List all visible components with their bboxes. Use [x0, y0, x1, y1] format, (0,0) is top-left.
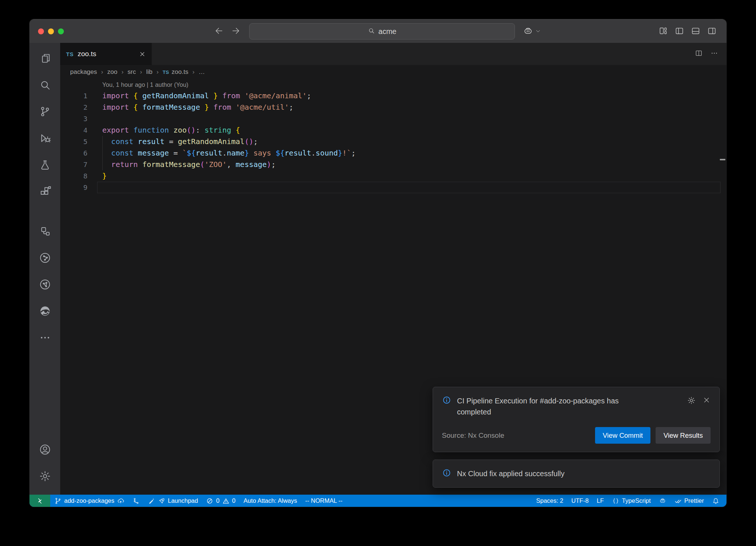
breadcrumb-label: zoo.ts — [172, 68, 188, 76]
code-text: } — [102, 170, 107, 182]
code-line-9[interactable]: 9 — [60, 182, 726, 193]
command-center-search[interactable]: acme — [249, 23, 515, 40]
code-line-5[interactable]: 5 const result = getRandomAnimal(); — [60, 136, 726, 147]
code-line-4[interactable]: 4export function zoo(): string { — [60, 124, 726, 136]
encoding-label: UTF-8 — [571, 497, 589, 504]
remote-icon — [36, 497, 44, 505]
problems-label: 0 — [216, 497, 219, 504]
search-icon — [39, 79, 51, 91]
line-number: 8 — [60, 170, 87, 182]
breadcrumb-label: … — [199, 68, 205, 76]
statusbar-formatter[interactable]: Prettier — [670, 495, 708, 507]
activity-item-edge-tools[interactable] — [31, 298, 59, 324]
chevron-down-icon — [535, 28, 541, 36]
activity-item-additional-views[interactable] — [31, 324, 59, 351]
view-commit-button[interactable]: View Commit — [595, 427, 651, 444]
view-results-button[interactable]: View Results — [656, 427, 711, 444]
line-number: 2 — [60, 102, 87, 113]
code-line-1[interactable]: 1import { getRandomAnimal } from '@acme/… — [60, 90, 726, 102]
breadcrumb-item-zoo-ts[interactable]: TSzoo.ts — [163, 68, 189, 76]
line-number: 6 — [60, 147, 87, 159]
statusbar-indentation[interactable]: Spaces: 2 — [532, 495, 567, 507]
info-icon — [442, 468, 451, 478]
activity-item-search[interactable] — [31, 72, 59, 98]
rocket-icon — [158, 497, 165, 505]
search-icon — [368, 27, 375, 36]
indent-guide — [102, 136, 103, 170]
activity-item-extensions[interactable] — [31, 178, 59, 205]
minimize-window-button[interactable] — [48, 28, 54, 34]
code-text: return formatMessage('ZOO', message); — [102, 159, 276, 170]
statusbar-language-mode[interactable]: TypeScript — [608, 495, 655, 507]
zoom-window-button[interactable] — [58, 28, 64, 34]
notification-settings-button[interactable] — [687, 396, 696, 406]
warning-icon — [222, 497, 230, 505]
code-line-3[interactable]: 3 — [60, 113, 726, 124]
close-tab-icon[interactable] — [139, 51, 146, 58]
breadcrumb-item-lib[interactable]: lib — [146, 68, 152, 76]
tab-label: zoo.ts — [78, 50, 96, 58]
eol-label: LF — [597, 497, 604, 504]
toggle-secondary-sidebar-button[interactable] — [707, 26, 717, 37]
gitlens-codelens[interactable]: You, 1 hour ago | 1 author (You) — [60, 79, 726, 90]
copilot-menu[interactable] — [523, 26, 541, 38]
activity-item-nx-project-graph[interactable] — [31, 245, 59, 271]
breadcrumb-item-zoo[interactable]: zoo — [107, 68, 117, 76]
breadcrumb-item--[interactable]: … — [199, 68, 205, 76]
braces-icon — [612, 497, 619, 505]
history-forward-icon[interactable] — [231, 26, 241, 37]
breadcrumb-item-packages[interactable]: packages — [70, 68, 97, 76]
statusbar-remote-indicator[interactable] — [30, 495, 50, 507]
toggle-primary-sidebar-button[interactable] — [674, 26, 684, 37]
copilot-icon — [659, 497, 666, 505]
line-number: 1 — [60, 90, 87, 102]
more-editor-actions-button[interactable] — [710, 49, 718, 59]
statusbar-copilot-status[interactable] — [655, 495, 670, 507]
line-number: 5 — [60, 136, 87, 147]
panel-left-icon — [674, 26, 684, 36]
breadcrumb-separator: › — [157, 68, 159, 76]
activity-item-testing[interactable] — [31, 151, 59, 178]
activity-item-nx-console[interactable] — [31, 218, 59, 245]
window-controls — [38, 28, 64, 34]
activity-item-manage-settings[interactable] — [31, 463, 59, 489]
code-line-2[interactable]: 2import { formatMessage } from '@acme/ut… — [60, 102, 726, 113]
notification-center: CI Pipeline Execution for #add-zoo-packa… — [433, 387, 720, 488]
check-double-icon — [674, 497, 682, 505]
breadcrumb-label: zoo — [107, 68, 117, 76]
customize-layout-button[interactable] — [658, 26, 668, 37]
breadcrumb-label: packages — [70, 68, 97, 76]
statusbar-nx-launchpad[interactable]: Launchpad — [144, 495, 202, 507]
notification-toast-2: Nx Cloud fix applied successfully — [433, 460, 720, 488]
activity-item-run-and-debug[interactable] — [31, 125, 59, 151]
statusbar-notifications-bell[interactable] — [708, 495, 724, 507]
close-window-button[interactable] — [38, 28, 44, 34]
statusbar-problems[interactable]: 00 — [202, 495, 239, 507]
toggle-panel-button[interactable] — [691, 26, 701, 37]
code-line-8[interactable]: 8} — [60, 170, 726, 182]
activity-item-accounts[interactable] — [31, 436, 59, 463]
cloud-up-icon — [117, 497, 124, 505]
git-branch-label: add-zoo-packages — [64, 497, 114, 504]
code-text: import { getRandomAnimal } from '@acme/a… — [102, 90, 311, 102]
statusbar-encoding[interactable]: UTF-8 — [567, 495, 593, 507]
code-line-6[interactable]: 6 const message = `${result.name} says $… — [60, 147, 726, 159]
activity-item-nx-cloud[interactable] — [31, 271, 59, 298]
activity-item-explorer[interactable] — [31, 45, 59, 72]
overview-ruler-mark — [720, 159, 725, 160]
statusbar-eol[interactable]: LF — [593, 495, 608, 507]
scm-graph-icon — [133, 497, 140, 505]
notification-close-button[interactable] — [702, 396, 711, 406]
breadcrumb-item-src[interactable]: src — [128, 68, 136, 76]
statusbar-source-control-graph[interactable] — [128, 495, 144, 507]
code-text: export function zoo(): string { — [102, 124, 240, 136]
statusbar-vim-mode[interactable]: -- NORMAL -- — [301, 495, 347, 507]
typescript-file-icon: TS — [163, 69, 169, 75]
activity-item-source-control[interactable] — [31, 98, 59, 125]
statusbar-git-branch[interactable]: add-zoo-packages — [50, 495, 128, 507]
split-editor-button[interactable] — [695, 49, 703, 59]
history-back-icon[interactable] — [214, 26, 224, 37]
code-line-7[interactable]: 7 return formatMessage('ZOO', message); — [60, 159, 726, 170]
tab-zoo-ts[interactable]: TS zoo.ts — [60, 43, 152, 65]
statusbar-auto-attach[interactable]: Auto Attach: Always — [240, 495, 301, 507]
